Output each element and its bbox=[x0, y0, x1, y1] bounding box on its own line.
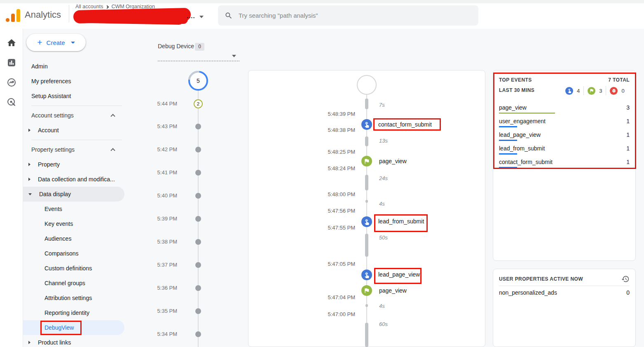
user-property-count: 0 bbox=[577, 289, 630, 296]
sidebar-item-reporting-identity[interactable]: Reporting identity bbox=[23, 305, 124, 320]
reports-icon[interactable] bbox=[7, 58, 16, 68]
sidebar-item-property[interactable]: Property bbox=[23, 157, 124, 172]
minute-tick-time: 5:41 PM bbox=[148, 169, 177, 176]
minute-tick-dot[interactable] bbox=[195, 239, 201, 245]
tap-icon[interactable] bbox=[361, 270, 372, 280]
arrow-right-icon bbox=[28, 341, 30, 344]
tap-icon[interactable] bbox=[361, 216, 372, 227]
explore-icon[interactable] bbox=[7, 77, 16, 87]
timeline-timestamp: 5:48:25 PM bbox=[313, 149, 355, 155]
minutes-progress-arc bbox=[184, 67, 212, 94]
arrow-down-icon bbox=[28, 193, 32, 195]
timeline-event-page-view[interactable]: page_view bbox=[379, 158, 407, 164]
timeline-timestamp: 5:48:38 PM bbox=[313, 127, 355, 133]
timeline-event-lead-page-view[interactable]: lead_page_view bbox=[378, 271, 420, 278]
minute-tick-time: 5:38 PM bbox=[148, 239, 177, 245]
sidebar-item-data-display[interactable]: Data display bbox=[23, 187, 124, 202]
google-analytics-logo-icon[interactable] bbox=[6, 8, 21, 22]
timeline-elapsed-segment bbox=[365, 136, 368, 146]
sidebar-item-debugview[interactable]: DebugView bbox=[23, 320, 124, 335]
sidebar-item-admin[interactable]: Admin bbox=[23, 59, 124, 74]
minute-tick-dot[interactable] bbox=[195, 147, 201, 152]
sidebar-item-setup-assistant[interactable]: Setup Assistant bbox=[23, 89, 124, 103]
breadcrumb-all-accounts[interactable]: All accounts bbox=[75, 4, 103, 9]
search-input[interactable] bbox=[239, 12, 472, 19]
sidebar-item-attribution-settings[interactable]: Attribution settings bbox=[23, 291, 124, 305]
arrow-right-icon bbox=[28, 163, 30, 166]
sidebar-item-account[interactable]: Account bbox=[23, 123, 124, 138]
minute-tick-dot[interactable] bbox=[195, 331, 201, 337]
advertising-icon[interactable] bbox=[7, 97, 16, 107]
flag-icon[interactable] bbox=[361, 156, 372, 166]
minute-tick-time: 5:37 PM bbox=[148, 262, 177, 268]
timeline-duration-label: 60s bbox=[379, 321, 388, 327]
timeline-duration-label: 13s bbox=[379, 138, 388, 144]
sidebar-item-data-collection-and-modifica[interactable]: Data collection and modifica... bbox=[23, 172, 124, 187]
sidebar-item-my-preferences[interactable]: My preferences bbox=[23, 74, 124, 89]
sidebar-item-account-settings[interactable]: Account settings bbox=[23, 108, 124, 123]
window-edge-strip bbox=[0, 0, 644, 3]
timeline-timestamp: 5:47:05 PM bbox=[313, 261, 355, 267]
home-icon[interactable] bbox=[7, 38, 16, 48]
top-event-row-lead-from-submit[interactable]: lead_from_submit bbox=[499, 145, 545, 152]
flag-icon[interactable] bbox=[361, 285, 372, 296]
timeline-elapsed-segment bbox=[365, 200, 368, 203]
sidebar-item-audiences[interactable]: Audiences bbox=[23, 231, 124, 246]
timeline-elapsed-segment bbox=[365, 175, 368, 190]
minute-tick-time: 5:34 PM bbox=[148, 331, 177, 338]
sidebar-item-custom-definitions[interactable]: Custom definitions bbox=[23, 261, 124, 276]
timeline-elapsed-segment bbox=[365, 304, 368, 307]
timeline-timestamp: 5:47:55 PM bbox=[313, 225, 355, 231]
timeline-duration-label: 24s bbox=[379, 175, 388, 181]
timeline-timestamp: 5:47:56 PM bbox=[313, 208, 355, 214]
property-name-ellipsis: .... bbox=[187, 12, 195, 19]
sidebar-item-property-settings[interactable]: Property settings bbox=[23, 142, 124, 157]
top-event-count: 1 bbox=[577, 131, 630, 138]
minute-tick-time: 5:42 PM bbox=[148, 146, 177, 153]
top-event-bar bbox=[499, 126, 517, 127]
sidebar-item-property-label: Property bbox=[38, 161, 60, 168]
top-event-row-contact-form-submit[interactable]: contact_form_submit bbox=[499, 159, 553, 165]
timeline-duration-label: 7s bbox=[379, 102, 385, 108]
minute-tick-dot[interactable] bbox=[195, 285, 201, 291]
sidebar-item-comparisons[interactable]: Comparisons bbox=[23, 246, 124, 261]
minute-tick-time: 5:35 PM bbox=[148, 308, 177, 314]
chevron-up-icon bbox=[110, 148, 115, 152]
timeline-event-lead-from-submit[interactable]: lead_from_submit bbox=[378, 218, 424, 225]
debug-device-count-badge: 0 bbox=[195, 43, 204, 51]
user-properties-divider bbox=[499, 286, 630, 286]
sidebar-item-product-links[interactable]: Product links bbox=[23, 335, 124, 347]
timeline-event-page-view[interactable]: page_view bbox=[379, 287, 407, 294]
minute-event-circle[interactable]: 2 bbox=[194, 99, 203, 108]
create-button[interactable]: + Create bbox=[26, 34, 86, 51]
sidebar-item-channel-groups[interactable]: Channel groups bbox=[23, 276, 124, 291]
top-event-row-page-view[interactable]: page_view bbox=[499, 104, 527, 111]
sidebar-item-key-events[interactable]: Key events bbox=[23, 216, 124, 231]
minute-tick-dot[interactable] bbox=[195, 170, 201, 176]
minute-tick-dot[interactable] bbox=[195, 216, 201, 222]
sidebar-item-product-links-label: Product links bbox=[38, 339, 71, 346]
history-icon[interactable] bbox=[621, 275, 630, 283]
sidebar-item-events[interactable]: Events bbox=[23, 202, 124, 216]
minute-tick-dot[interactable] bbox=[195, 193, 201, 199]
tap-icon[interactable] bbox=[361, 119, 372, 130]
minute-tick-time: 5:43 PM bbox=[148, 123, 177, 130]
property-switcher-caret-icon[interactable] bbox=[199, 16, 204, 18]
search-icon bbox=[225, 12, 233, 20]
top-event-bar bbox=[499, 140, 517, 141]
top-event-row-user-engagement[interactable]: user_engagement bbox=[499, 118, 546, 124]
user-property-non-personalized-ads: non_personalized_ads bbox=[499, 289, 557, 296]
minute-tick-dot[interactable] bbox=[195, 124, 201, 129]
search-bar[interactable] bbox=[218, 5, 478, 26]
sidebar-menu: AdminMy preferencesSetup AssistantAccoun… bbox=[23, 59, 124, 347]
timeline-event-contact-form-submit[interactable]: contact_form_submit bbox=[378, 121, 432, 128]
top-event-row-lead-page-view[interactable]: lead_page_view bbox=[499, 131, 541, 138]
arrow-right-icon bbox=[28, 129, 30, 132]
minute-tick-dot[interactable] bbox=[195, 262, 201, 268]
redaction-scribble bbox=[84, 15, 183, 25]
sidebar-item-data-collection-and-modifica-label: Data collection and modifica... bbox=[38, 176, 115, 183]
topbar-divider bbox=[69, 5, 69, 22]
top-event-bar bbox=[499, 167, 517, 168]
nav-rail bbox=[0, 29, 23, 347]
minute-tick-dot[interactable] bbox=[195, 308, 201, 314]
